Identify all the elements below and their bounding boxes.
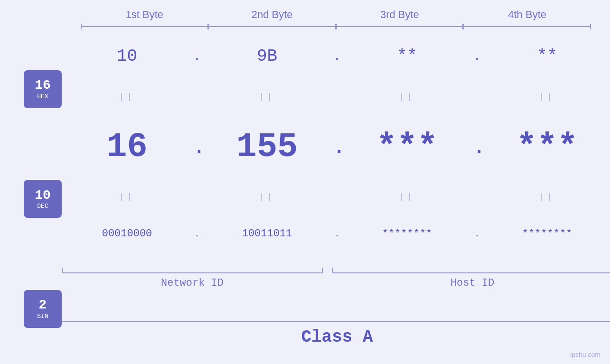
hex-byte3-cell: ** bbox=[342, 47, 472, 66]
bin-byte3-value: ******** bbox=[342, 228, 472, 240]
dec-byte1-cell: 16 bbox=[62, 128, 192, 167]
hex-byte2-value: 9B bbox=[202, 47, 332, 66]
data-column: 10 . 9B . ** . ** || || bbox=[62, 34, 610, 364]
network-bracket-line bbox=[62, 268, 323, 273]
bin-byte2-value: 10011011 bbox=[202, 228, 332, 240]
dec-byte3-value: *** bbox=[342, 128, 472, 167]
bracket-byte1 bbox=[81, 24, 208, 29]
eq1-b3: || bbox=[342, 92, 472, 102]
host-id-label: Host ID bbox=[450, 277, 494, 289]
top-brackets bbox=[19, 24, 591, 29]
byte-headers-row: 1st Byte 2nd Byte 3rd Byte 4th Byte bbox=[19, 9, 591, 21]
dec-dot1: . bbox=[192, 134, 202, 160]
bin-dot3: . bbox=[472, 228, 482, 239]
dec-byte2-value: 155 bbox=[202, 128, 332, 167]
dec-badge: 10 DEC bbox=[24, 180, 62, 218]
eq1-b4: || bbox=[482, 92, 610, 102]
bin-dot1: . bbox=[192, 228, 202, 239]
hex-byte2-cell: 9B bbox=[202, 47, 332, 66]
hex-dot3: . bbox=[472, 49, 482, 64]
bin-badge-label: BIN bbox=[37, 313, 48, 320]
dec-badge-label: DEC bbox=[37, 203, 48, 210]
bracket-byte3 bbox=[336, 24, 464, 29]
dec-badge-num: 10 bbox=[35, 188, 51, 203]
network-id-bracket: Network ID bbox=[62, 268, 323, 289]
hex-badge-num: 16 bbox=[35, 78, 51, 93]
hex-badge: 16 HEX bbox=[24, 70, 62, 108]
host-bracket-line bbox=[332, 268, 610, 273]
eq1-b1: || bbox=[62, 92, 192, 102]
byte1-header: 1st Byte bbox=[81, 9, 208, 21]
class-label: Class A bbox=[62, 327, 610, 347]
bin-byte4-cell: ******** bbox=[482, 228, 610, 240]
dec-dot2: . bbox=[332, 134, 342, 160]
equals-separator-1: || || || || bbox=[62, 91, 610, 103]
main-container: 1st Byte 2nd Byte 3rd Byte 4th Byte bbox=[0, 0, 610, 364]
hex-dot2: . bbox=[332, 49, 342, 64]
dec-row: 16 . 155 . *** . *** bbox=[62, 128, 610, 167]
host-id-bracket: Host ID bbox=[332, 268, 610, 289]
bin-byte1-value: 00010000 bbox=[62, 228, 192, 240]
main-content-area: 16 HEX 10 DEC 2 BIN 10 . 9B bbox=[19, 34, 591, 364]
byte3-header: 3rd Byte bbox=[336, 9, 464, 21]
bracket-byte2 bbox=[208, 24, 336, 29]
byte4-header: 4th Byte bbox=[463, 9, 591, 21]
hex-byte3-value: ** bbox=[342, 47, 472, 66]
eq1-b2: || bbox=[202, 92, 332, 102]
bracket-byte4 bbox=[463, 24, 591, 29]
bin-byte1-cell: 00010000 bbox=[62, 228, 192, 240]
eq2-b2: || bbox=[202, 192, 332, 202]
hex-byte1-cell: 10 bbox=[62, 47, 192, 66]
bin-row: 00010000 . 10011011 . ******** . *******… bbox=[62, 228, 610, 240]
dec-byte4-value: *** bbox=[482, 128, 610, 167]
class-bracket-line bbox=[62, 321, 610, 322]
dec-dot3: . bbox=[472, 134, 482, 160]
dec-byte2-cell: 155 bbox=[202, 128, 332, 167]
bin-byte2-cell: 10011011 bbox=[202, 228, 332, 240]
bin-byte3-cell: ******** bbox=[342, 228, 472, 240]
dec-byte4-cell: *** bbox=[482, 128, 610, 167]
hex-row: 10 . 9B . ** . ** bbox=[62, 47, 610, 66]
bin-badge: 2 BIN bbox=[24, 290, 62, 328]
bin-dot2: . bbox=[332, 228, 342, 239]
hex-badge-label: HEX bbox=[37, 93, 48, 100]
eq2-b1: || bbox=[62, 192, 192, 202]
id-brackets: Network ID Host ID bbox=[62, 268, 610, 289]
hex-byte1-value: 10 bbox=[62, 47, 192, 66]
eq2-b4: || bbox=[482, 192, 610, 202]
watermark: ipshu.com bbox=[570, 351, 601, 358]
hex-dot1: . bbox=[192, 49, 202, 64]
dec-byte1-value: 16 bbox=[62, 128, 192, 167]
class-section: Class A bbox=[62, 321, 610, 347]
hex-byte4-value: ** bbox=[482, 47, 610, 66]
eq2-b3: || bbox=[342, 192, 472, 202]
hex-byte4-cell: ** bbox=[482, 47, 610, 66]
equals-separator-2: || || || || bbox=[62, 191, 610, 203]
dec-byte3-cell: *** bbox=[342, 128, 472, 167]
bin-byte4-value: ******** bbox=[482, 228, 610, 240]
bin-badge-num: 2 bbox=[39, 298, 47, 313]
byte2-header: 2nd Byte bbox=[208, 9, 336, 21]
badges-column: 16 HEX 10 DEC 2 BIN bbox=[19, 34, 62, 364]
network-id-label: Network ID bbox=[161, 277, 224, 289]
